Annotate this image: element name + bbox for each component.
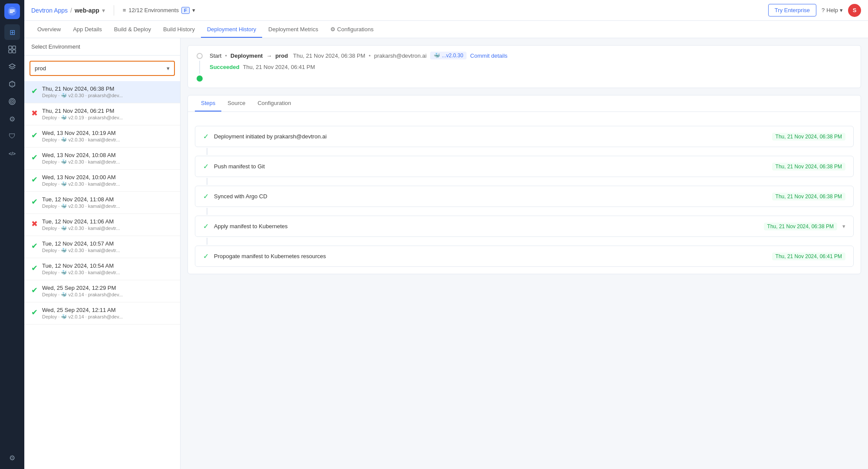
deploy-meta-label: Deploy · 🐳 v2.0.30 · kamal@devtr... (42, 181, 173, 187)
main-panel: Start • Deployment → prod Thu, 21 Nov 20… (181, 38, 868, 469)
user-avatar[interactable]: S (848, 4, 861, 17)
tab-deployment-history[interactable]: Deployment History (201, 22, 262, 38)
deployment-arrow-icon: → (266, 52, 272, 59)
tab-deployment-metrics[interactable]: Deployment Metrics (262, 22, 324, 38)
deploy-list-item[interactable]: ✔Wed, 25 Sep 2024, 12:29 PMDeploy · 🐳 v2… (24, 280, 180, 302)
nav-icon-apps[interactable]: ⊞ (4, 24, 20, 40)
deploy-meta-label: Deploy · 🐳 v2.0.30 · kamal@devtr... (42, 226, 173, 231)
step-tab-source[interactable]: Source (221, 95, 251, 112)
try-enterprise-button[interactable]: Try Enterprise (768, 4, 816, 16)
nav-icon-layers[interactable] (4, 59, 20, 75)
succeeded-time: Thu, 21 Nov 2024, 06:41 PM (243, 64, 315, 70)
env-dropdown[interactable]: prod ▾ (30, 61, 175, 76)
commit-details-link[interactable]: Commit details (470, 52, 507, 59)
nav-icon-gear[interactable]: ⚙ (4, 111, 20, 127)
deploy-meta-label: Deploy · 🐳 v2.0.30 · kamal@devtr... (42, 270, 173, 275)
breadcrumb-expand-icon[interactable]: ▾ (102, 7, 105, 14)
step-connector-line (207, 208, 207, 215)
steps-content: ✓Deployment initiated by prakarsh@devtro… (188, 119, 861, 274)
step-label-3: Synced with Argo CD (214, 193, 763, 200)
commit-badge[interactable]: 🐳 ...v2.0.30 (430, 52, 467, 59)
step-check-icon-3: ✓ (203, 192, 209, 200)
step-connector-line (207, 148, 207, 155)
breadcrumb: Devtron Apps / web-app ▾ (31, 7, 105, 14)
deploy-list-item[interactable]: ✔Wed, 25 Sep 2024, 12:11 AMDeploy · 🐳 v2… (24, 302, 180, 325)
succeeded-row: Succeeded Thu, 21 Nov 2024, 06:41 PM (210, 64, 852, 70)
success-status-icon: ✔ (31, 308, 38, 317)
content-area: Select Environment prod ▾ ✔Thu, 21 Nov 2… (24, 38, 868, 469)
step-tab-configuration[interactable]: Configuration (251, 95, 297, 112)
step-expand-icon-4[interactable]: ▾ (842, 223, 845, 230)
success-status-icon: ✔ (31, 86, 38, 96)
step-check-icon-4: ✓ (203, 222, 209, 230)
logo[interactable] (4, 3, 20, 19)
config-gear-icon: ⚙ (330, 26, 337, 33)
deployment-title-row: Start • Deployment → prod Thu, 21 Nov 20… (210, 52, 852, 59)
breadcrumb-devtron-apps[interactable]: Devtron Apps (31, 7, 68, 14)
success-status-icon: ✔ (31, 285, 38, 295)
deploy-meta-label: Deploy · 🐳 v2.0.14 · prakarsh@dev... (42, 292, 173, 298)
deploy-time-label: Tue, 12 Nov 2024, 10:54 AM (42, 262, 173, 269)
tab-overview[interactable]: Overview (31, 22, 67, 38)
step-connector-line (207, 178, 207, 185)
step-tab-steps[interactable]: Steps (195, 95, 221, 112)
filter-icon: ≡ (123, 7, 126, 13)
step-check-icon-1: ✓ (203, 132, 209, 141)
deploy-list-item[interactable]: ✔Wed, 13 Nov 2024, 10:00 AMDeploy · 🐳 v2… (24, 170, 180, 192)
deploy-time-label: Wed, 25 Sep 2024, 12:11 AM (42, 307, 173, 313)
deploy-time-label: Tue, 12 Nov 2024, 10:57 AM (42, 240, 173, 247)
deploy-time-label: Tue, 12 Nov 2024, 11:06 AM (42, 218, 173, 225)
deploy-list-item[interactable]: ✔Wed, 13 Nov 2024, 10:19 AMDeploy · 🐳 v2… (24, 125, 180, 148)
deploy-time-label: Wed, 13 Nov 2024, 10:08 AM (42, 152, 173, 158)
success-status-icon: ✔ (31, 263, 38, 273)
success-status-icon: ✔ (31, 175, 38, 184)
deploy-time-label: Thu, 21 Nov 2024, 06:38 PM (42, 85, 173, 92)
nav-icon-grid[interactable] (4, 42, 20, 57)
docker-icon: 🐳 (434, 52, 440, 59)
environment-selector[interactable]: ≡ 12/12 Environments F ▾ (123, 7, 195, 14)
nav-icon-code[interactable]: </> (4, 146, 20, 161)
tab-app-details[interactable]: App Details (67, 22, 108, 38)
deploy-list-item[interactable]: ✔Thu, 21 Nov 2024, 06:38 PMDeploy · 🐳 v2… (24, 81, 180, 103)
step-item-3: ✓Synced with Argo CDThu, 21 Nov 2024, 06… (195, 186, 854, 207)
svg-rect-4 (13, 50, 16, 53)
svg-rect-3 (9, 50, 12, 53)
deployment-user-email: prakarsh@devtron.ai (374, 52, 427, 59)
step-time-badge-1: Thu, 21 Nov 2024, 06:38 PM (772, 133, 845, 141)
nav-icon-settings[interactable]: ⚙ (4, 450, 20, 466)
nav-icon-shield[interactable]: 🛡 (4, 128, 20, 144)
step-item-1: ✓Deployment initiated by prakarsh@devtro… (195, 126, 854, 147)
deploy-time-label: Tue, 12 Nov 2024, 11:08 AM (42, 196, 173, 203)
step-item-5: ✓Propogate manifest to Kubernetes resour… (195, 246, 854, 267)
help-button[interactable]: ? Help ▾ (822, 7, 843, 13)
deploy-list-item[interactable]: ✔Tue, 12 Nov 2024, 10:57 AMDeploy · 🐳 v2… (24, 236, 180, 258)
dot-divider-1: • (225, 52, 227, 59)
step-connector-line (207, 238, 207, 245)
deploy-list-item[interactable]: ✖Thu, 21 Nov 2024, 06:21 PMDeploy · 🐳 v2… (24, 103, 180, 125)
deploy-time-label: Wed, 13 Nov 2024, 10:00 AM (42, 174, 173, 180)
svg-rect-1 (9, 46, 12, 49)
nav-icon-target[interactable] (4, 94, 20, 109)
dot-divider-2: • (369, 52, 371, 59)
tab-build-history[interactable]: Build History (157, 22, 201, 38)
deploy-list-item[interactable]: ✔Wed, 13 Nov 2024, 10:08 AMDeploy · 🐳 v2… (24, 148, 180, 170)
deploy-time-label: Wed, 25 Sep 2024, 12:29 PM (42, 285, 173, 291)
deploy-list-item[interactable]: ✔Tue, 12 Nov 2024, 11:08 AMDeploy · 🐳 v2… (24, 192, 180, 214)
tab-configurations[interactable]: ⚙ Configurations (324, 22, 379, 38)
tab-build-deploy[interactable]: Build & Deploy (108, 22, 157, 38)
env-expand-icon: ▾ (192, 7, 195, 13)
sidebar-header: Select Environment (24, 38, 180, 56)
deploy-list-item[interactable]: ✖Tue, 12 Nov 2024, 11:06 AMDeploy · 🐳 v2… (24, 214, 180, 236)
nav-icon-cube[interactable] (4, 76, 20, 92)
deployment-sidebar: Select Environment prod ▾ ✔Thu, 21 Nov 2… (24, 38, 181, 469)
top-bar: Devtron Apps / web-app ▾ ≡ 12/12 Environ… (24, 0, 868, 21)
timeline-start-circle (197, 53, 203, 59)
deployment-list: ✔Thu, 21 Nov 2024, 06:38 PMDeploy · 🐳 v2… (24, 81, 180, 469)
top-divider (114, 5, 114, 16)
success-status-icon: ✔ (31, 241, 38, 251)
deploy-list-item[interactable]: ✔Tue, 12 Nov 2024, 10:54 AMDeploy · 🐳 v2… (24, 258, 180, 280)
step-item-4: ✓Apply manifest to KubernetesThu, 21 Nov… (195, 216, 854, 237)
step-check-icon-5: ✓ (203, 252, 209, 260)
deployment-header: Start • Deployment → prod Thu, 21 Nov 20… (187, 45, 861, 88)
success-status-icon: ✔ (31, 197, 38, 207)
